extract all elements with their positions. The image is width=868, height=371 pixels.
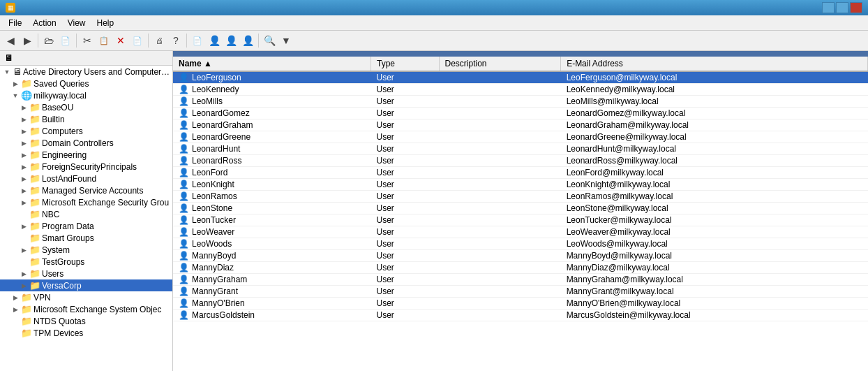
table-row[interactable]: 👤LeonardGrahamUserLeonardGraham@milkyway… [173,119,868,131]
table-row[interactable]: 👤MannyO'BrienUserMannyO'Brien@milkyway.l… [173,298,868,310]
tree-item[interactable]: ▶📁Domain Controllers [0,137,172,149]
expand-icon[interactable] [11,329,20,337]
toolbar-connect[interactable]: 📄 [190,33,205,48]
collapse-icon[interactable]: ▼ [3,68,11,76]
tree-item[interactable]: 📁TestGroups [0,256,172,268]
menu-item-help[interactable]: Help [91,17,120,29]
tree-item[interactable]: ▼🌐milkyway.local [0,89,172,101]
table-row[interactable]: 👤LeonardGomezUserLeonardGomez@milkyway.l… [173,108,868,119]
cell-type: User [371,108,439,119]
expand-icon[interactable]: ▶ [20,187,28,195]
table-row[interactable]: 👤LeonardHuntUserLeonardHunt@milkyway.loc… [173,143,868,155]
toolbar-user1[interactable]: 👤 [207,33,222,48]
col-description[interactable]: Description [439,57,561,71]
table-row[interactable]: 👤LeonRamosUserLeonRamos@milkyway.local [173,191,868,203]
expand-icon[interactable]: ▶ [20,163,28,171]
close-button[interactable] [850,2,862,13]
table-row[interactable]: 👤MannyGrantUserMannyGrant@milkyway.local [173,286,868,298]
expand-icon[interactable]: ▶ [11,305,20,314]
table-row[interactable]: 👤LeoWoodsUserLeoWoods@milkyway.local [173,238,868,250]
tree-item[interactable]: ▶📁Microsoft Exchange System Objec [0,303,172,315]
expand-icon[interactable]: ▶ [20,127,28,136]
tree-item[interactable]: ▼🖥Active Directory Users and Computers [… [0,66,172,78]
toolbar-properties[interactable]: 📄 [130,33,145,48]
toolbar-cut[interactable]: ✂ [80,33,95,48]
cell-email: MannyBoyd@milkyway.local [561,250,868,262]
toolbar-filter[interactable]: 🔍 [262,33,277,48]
table-row[interactable]: 👤LeonStoneUserLeonStone@milkyway.local [173,203,868,214]
toolbar-user2[interactable]: 👤 [223,33,239,48]
minimize-button[interactable] [822,2,835,13]
tree-item[interactable]: ▶📁Saved Queries [0,78,172,89]
tree-item[interactable]: ▶📁ForeignSecurityPrincipals [0,161,172,173]
tree-item[interactable]: ▶📁Engineering [0,149,172,161]
menu-item-view[interactable]: View [62,17,91,29]
user-name: LeonardGreene [192,132,250,142]
table-row[interactable]: 👤LeonardRossUserLeonardRoss@milkyway.loc… [173,155,868,167]
expand-icon[interactable]: ▶ [11,80,20,88]
table-row[interactable]: 👤LeonKnightUserLeonKnight@milkyway.local [173,179,868,191]
menu-item-file[interactable]: File [3,17,27,29]
tree-item[interactable]: ▶📁Builtin [0,113,172,125]
table-row[interactable]: 👤LeonFordUserLeonFord@milkyway.local [173,167,868,179]
toolbar-help[interactable]: ? [168,33,184,48]
expand-icon[interactable]: ▶ [20,198,28,207]
col-type[interactable]: Type [371,57,439,71]
toolbar-delete[interactable]: ✕ [113,33,128,48]
tree-item[interactable]: ▶📁Users [0,268,172,279]
user-name: LeonRamos [192,191,237,201]
tree-item[interactable]: ▶📁LostAndFound [0,173,172,184]
tree-item[interactable]: 📁Smart Groups [0,232,172,244]
tree-item[interactable]: ▶📁VersaCorp [0,279,172,291]
tree-item[interactable]: ▶📁System [0,244,172,256]
tree-item[interactable]: ▶📁Microsoft Exchange Security Grou [0,196,172,208]
expand-icon[interactable]: ▶ [11,293,20,302]
tree-item[interactable]: 📁NBC [0,208,172,220]
expand-icon[interactable]: ▶ [20,115,28,124]
toolbar-copy[interactable]: 📋 [96,33,112,48]
table-row[interactable]: 👤LeoMillsUserLeoMills@milkyway.local [173,96,868,108]
tree-item[interactable]: 📁NTDS Quotas [0,315,172,327]
toolbar-filter-dropdown[interactable]: ▼ [278,33,294,48]
toolbar-open[interactable]: 🗁 [41,33,57,48]
collapse-icon[interactable]: ▼ [11,92,20,100]
table-row[interactable]: 👤MannyDiazUserMannyDiaz@milkyway.local [173,262,868,274]
toolbar-back[interactable]: ◀ [3,33,18,48]
menu-item-action[interactable]: Action [27,17,61,29]
toolbar-print[interactable]: 🖨 [151,33,167,48]
expand-icon[interactable]: ▶ [20,151,28,159]
expand-icon[interactable]: ▶ [20,103,28,112]
expand-icon[interactable]: ▶ [20,175,28,183]
expand-icon[interactable] [20,234,28,242]
toolbar-forward[interactable]: ▶ [20,33,35,48]
expand-icon[interactable]: ▶ [20,139,28,147]
table-row[interactable]: 👤LeonardGreeneUserLeonardGreene@milkyway… [173,131,868,143]
tree-item[interactable]: ▶📁BaseOU [0,101,172,113]
toolbar-user3[interactable]: 👤 [240,33,255,48]
tree-item[interactable]: ▶📁VPN [0,291,172,303]
expand-icon[interactable]: ▶ [20,222,28,231]
expand-icon[interactable] [20,210,28,219]
expand-icon[interactable]: ▶ [20,246,28,254]
table-row[interactable]: 👤LeoWeaverUserLeoWeaver@milkyway.local [173,226,868,238]
table-row[interactable]: 👤MannyGrahamUserMannyGraham@milkyway.loc… [173,274,868,286]
expand-icon[interactable] [11,317,20,326]
tree-item[interactable]: ▶📁Computers [0,125,172,137]
expand-icon[interactable]: ▶ [20,282,28,290]
expand-icon[interactable]: ▶ [20,270,28,278]
table-row[interactable]: 👤LeonTuckerUserLeonTucker@milkyway.local [173,214,868,226]
table-row[interactable]: 👤MarcusGoldsteinUserMarcusGoldstein@milk… [173,310,868,321]
maximize-button[interactable] [836,2,848,13]
tree-item-label: Domain Controllers [42,138,114,148]
expand-icon[interactable] [20,258,28,266]
toolbar-new[interactable]: 📄 [58,33,73,48]
tree-item[interactable]: ▶📁Program Data [0,220,172,232]
table-row[interactable]: 👤LeoKennedyUserLeoKennedy@milkyway.local [173,84,868,96]
cell-description [439,179,561,191]
col-name[interactable]: Name ▲ [173,57,371,71]
tree-item[interactable]: ▶📁Managed Service Accounts [0,184,172,196]
tree-item[interactable]: 📁TPM Devices [0,327,172,339]
col-email[interactable]: E-Mail Address [561,57,868,71]
table-row[interactable]: 👤MannyBoydUserMannyBoyd@milkyway.local [173,250,868,262]
table-row[interactable]: 👤LeoFergusonUserLeoFerguson@milkyway.loc… [173,71,868,84]
